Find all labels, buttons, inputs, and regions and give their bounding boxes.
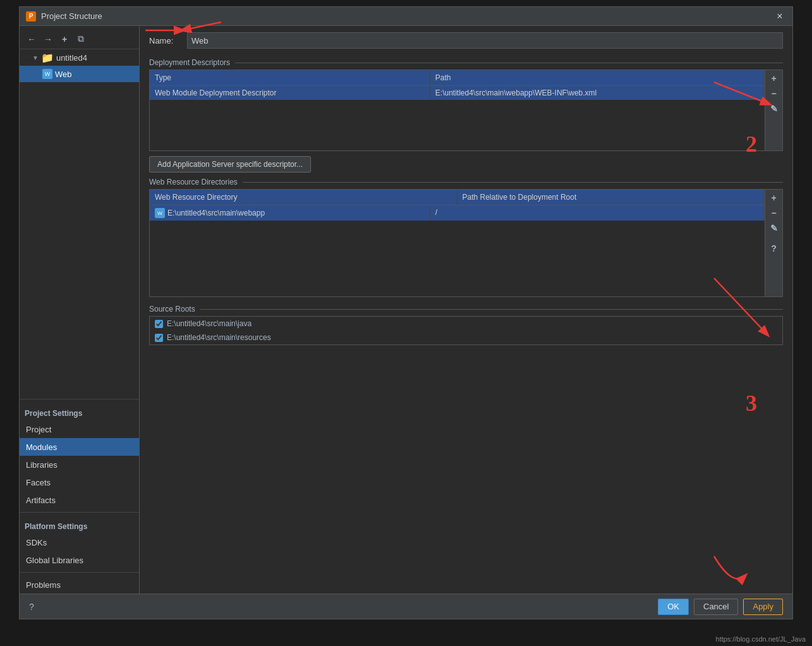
app-icon: P [26, 11, 36, 21]
wr-table-row[interactable]: W E:\untitled4\src\main\webapp / [150, 205, 765, 221]
sidebar-item-artifacts[interactable]: Artifacts [20, 491, 139, 509]
wr-path-cell: / [430, 205, 765, 221]
sidebar-item-global-libraries[interactable]: Global Libraries [20, 551, 139, 569]
title-bar: P Project Structure × [20, 7, 792, 26]
sidebar-item-facets[interactable]: Facets [20, 473, 139, 491]
tree-item-label: untitled4 [56, 53, 87, 63]
source-root-resources-checkbox[interactable] [155, 334, 163, 342]
web-module-icon: W [42, 69, 52, 79]
source-root-resources-label: E:\untitled4\src\main\resources [167, 333, 271, 342]
deployment-table-buttons: + − ✎ [765, 70, 782, 150]
ok-button[interactable]: OK [658, 599, 689, 615]
deployment-col2-header: Path [430, 70, 765, 85]
folder-icon: 📁 [41, 52, 54, 64]
chevron-down-icon: ▼ [32, 54, 39, 61]
sidebar-item-problems[interactable]: Problems [20, 576, 139, 594]
sidebar-item-project[interactable]: Project [20, 420, 139, 438]
main-content: Name: Deployment Descriptors Type Path W… [140, 26, 792, 594]
deployment-section-label: Deployment Descriptors [149, 58, 230, 67]
wr-col1-header: Web Resource Directory [150, 190, 458, 205]
nav-forward-button[interactable]: → [41, 32, 55, 46]
close-button[interactable]: × [773, 10, 786, 23]
source-root-resources: E:\untitled4\src\main\resources [150, 331, 782, 344]
deployment-empty-area [150, 100, 765, 150]
web-resource-table-header: Web Resource Directory Path Relative to … [150, 190, 765, 205]
wr-help-button[interactable]: ? [767, 241, 781, 255]
deployment-remove-button[interactable]: − [767, 87, 781, 101]
add-server-btn-row: Add Application Server specific descript… [149, 151, 783, 178]
apply-button[interactable]: Apply [743, 599, 783, 615]
module-tree: ▼ 📁 untitled4 W Web [20, 49, 139, 396]
project-settings-header: Project Settings [20, 403, 139, 420]
source-roots-section: E:\untitled4\src\main\java E:\untitled4\… [149, 316, 783, 345]
deployment-table: Type Path Web Module Deployment Descript… [149, 70, 783, 151]
tree-item-web-label: Web [55, 70, 72, 79]
source-root-java: E:\untitled4\src\main\java [150, 317, 782, 331]
source-root-java-label: E:\untitled4\src\main\java [167, 319, 251, 328]
dialog-title: Project Structure [41, 11, 102, 21]
wr-dir-cell: W E:\untitled4\src\main\webapp [150, 205, 430, 221]
sidebar-item-modules[interactable]: Modules [20, 438, 139, 456]
sidebar-toolbar: ← → + ⧉ [20, 29, 139, 49]
wr-table-buttons: + − ✎ ? [765, 190, 782, 296]
wr-folder-icon: W [155, 208, 165, 218]
wr-col2-header: Path Relative to Deployment Root [458, 190, 765, 205]
add-module-button[interactable]: + [58, 32, 71, 46]
deployment-add-button[interactable]: + [767, 71, 781, 85]
web-resource-section-label: Web Resource Directories [149, 178, 238, 186]
help-button[interactable]: ? [29, 602, 34, 612]
deployment-edit-button[interactable]: ✎ [767, 102, 781, 116]
deployment-path-cell: E:\untitled4\src\main\webapp\WEB-INF\web… [430, 85, 765, 100]
deployment-col1-header: Type [150, 70, 430, 85]
sidebar-item-sdks[interactable]: SDKs [20, 533, 139, 551]
wr-edit-button[interactable]: ✎ [767, 221, 781, 235]
wr-empty-area [150, 221, 765, 296]
dialog-footer: ? OK Cancel Apply [20, 594, 792, 619]
tree-item-untitled4[interactable]: ▼ 📁 untitled4 [20, 49, 139, 66]
watermark: https://blog.csdn.net/JL_Java [716, 635, 806, 643]
name-input[interactable] [187, 32, 783, 49]
source-root-java-checkbox[interactable] [155, 320, 163, 328]
source-roots-label: Source Roots [149, 305, 195, 314]
cancel-button[interactable]: Cancel [694, 599, 738, 615]
web-resource-table: Web Resource Directory Path Relative to … [149, 189, 783, 297]
wr-add-button[interactable]: + [767, 191, 781, 205]
sidebar-item-libraries[interactable]: Libraries [20, 456, 139, 473]
nav-back-button[interactable]: ← [25, 32, 39, 46]
deployment-table-header: Type Path [150, 70, 765, 85]
copy-button[interactable]: ⧉ [74, 32, 88, 46]
deployment-type-cell: Web Module Deployment Descriptor [150, 85, 430, 100]
sidebar: ← → + ⧉ ▼ 📁 untitled4 W Web Project Set [20, 26, 140, 594]
wr-remove-button[interactable]: − [767, 206, 781, 220]
add-server-button[interactable]: Add Application Server specific descript… [149, 156, 311, 173]
tree-item-web[interactable]: W Web [20, 66, 139, 82]
name-row: Name: [149, 32, 783, 49]
deployment-table-row[interactable]: Web Module Deployment Descriptor E:\unti… [150, 85, 765, 100]
name-label: Name: [149, 36, 181, 46]
platform-settings-header: Platform Settings [20, 516, 139, 533]
